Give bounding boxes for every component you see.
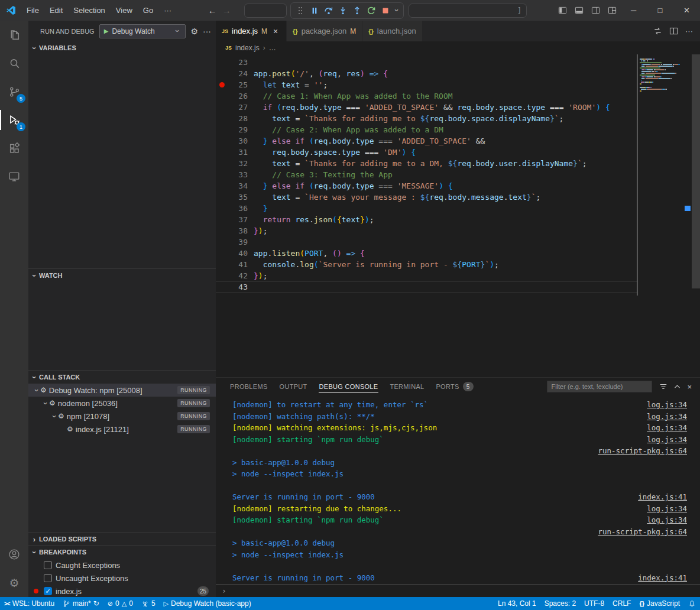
line-number[interactable]: 39	[228, 238, 248, 246]
console-row[interactable]: [nodemon] watching extensions: js,mjs,cj…	[232, 422, 687, 434]
line-number[interactable]: 29	[228, 125, 248, 134]
debug-console-output[interactable]: [nodemon] to restart at any time, enter …	[216, 395, 700, 584]
activity-explorer[interactable]	[0, 21, 28, 49]
debug-session-status[interactable]: ▷ Debug Watch (basic-app)	[160, 597, 255, 610]
console-filter-input[interactable]	[547, 381, 652, 392]
code-line[interactable]: 26 // Case 1: When App was added to the …	[216, 90, 700, 102]
console-row[interactable]	[232, 560, 687, 572]
console-source-link[interactable]: run-script-pkg.js:64	[598, 445, 687, 457]
restart-icon[interactable]	[365, 4, 377, 17]
encoding-status[interactable]: UTF-8	[580, 597, 608, 610]
tab-index-js[interactable]: JS index.js M ×	[216, 21, 287, 41]
breakpoint-checkbox[interactable]	[44, 587, 52, 595]
activity-extensions[interactable]	[0, 134, 28, 163]
panel-tab-output[interactable]: OUTPUT	[274, 378, 313, 395]
menu-more-icon[interactable]: ···	[158, 0, 177, 21]
activity-settings[interactable]: ⚙	[0, 569, 28, 597]
nav-forward-icon[interactable]: →	[219, 5, 234, 15]
open-changes-icon[interactable]	[653, 27, 662, 35]
console-row[interactable]: run-script-pkg.js:64	[232, 445, 687, 457]
breadcrumb-symbol[interactable]: …	[269, 44, 276, 52]
console-row[interactable]: Server is running in port - 9000index.js…	[232, 491, 687, 503]
variables-section-header[interactable]: › VARIABLES	[28, 41, 216, 54]
code-line[interactable]: 37 return res.json({text});	[216, 214, 700, 225]
activity-run-debug[interactable]: 1	[0, 106, 28, 134]
breadcrumb-file[interactable]: index.js	[235, 44, 260, 52]
code-line[interactable]: 35 text = `Here was your message : ${req…	[216, 192, 700, 203]
panel-tab-problems[interactable]: PROBLEMS	[224, 378, 274, 395]
stop-icon[interactable]	[379, 4, 391, 17]
chevron-down-icon[interactable]: ›	[33, 387, 41, 394]
close-tab-icon[interactable]: ×	[271, 27, 280, 36]
sidebar-more-icon[interactable]: ···	[203, 27, 211, 36]
code-line[interactable]: 31 req.body.space.type === 'DM') {	[216, 147, 700, 158]
stop-chevron-down-icon[interactable]: ›	[393, 7, 401, 14]
line-number[interactable]: 38	[228, 226, 248, 235]
code-line[interactable]: 27 if (req.body.type === 'ADDED_TO_SPACE…	[216, 102, 700, 113]
line-number[interactable]: 42	[228, 271, 248, 280]
call-stack-row[interactable]: ›⚙npm [21078]RUNNING	[28, 410, 216, 423]
cursor-position[interactable]: Ln 43, Col 1	[494, 597, 540, 610]
console-row[interactable]: Server is running in port - 9000index.js…	[232, 572, 687, 584]
menu-selection[interactable]: Selection	[68, 0, 110, 21]
console-row[interactable]: [nodemon] starting `npm run debug`log.js…	[232, 434, 687, 446]
line-number[interactable]: 26	[228, 92, 248, 100]
console-source-link[interactable]: log.js:34	[647, 399, 687, 411]
code-line[interactable]: 38});	[216, 225, 700, 236]
line-number[interactable]: 24	[228, 69, 248, 78]
editor[interactable]: 2324app.post('/', (req, res) => {25 let …	[216, 54, 700, 377]
toolbar-grip-icon[interactable]	[294, 4, 306, 17]
line-number[interactable]: 23	[228, 58, 248, 67]
remote-indicator[interactable]: >< WSL: Ubuntu	[0, 597, 59, 610]
line-number[interactable]: 32	[228, 159, 248, 168]
call-stack-section-header[interactable]: › CALL STACK	[28, 371, 216, 384]
console-row[interactable]	[232, 480, 687, 492]
breakpoint-gutter[interactable]	[216, 82, 228, 87]
toggle-sidebar-icon[interactable]	[554, 6, 571, 15]
launch-config-dropdown[interactable]: ▶ Debug Watch ›	[99, 24, 186, 38]
activity-search[interactable]	[0, 49, 28, 77]
console-source-link[interactable]: log.js:34	[647, 411, 687, 423]
call-stack-row[interactable]: ⚙index.js [21121]RUNNING	[28, 423, 216, 436]
breadcrumb[interactable]: JS index.js › …	[216, 41, 700, 54]
code-line[interactable]: 34 } else if (req.body.type === 'MESSAGE…	[216, 180, 700, 192]
tab-package-json[interactable]: {} package.json M	[287, 21, 362, 41]
code-line[interactable]: 40app.listen(PORT, () => {	[216, 248, 700, 259]
console-row[interactable]: > basic-app@1.0.0 debug	[232, 457, 687, 469]
line-number[interactable]: 27	[228, 103, 248, 112]
menu-view[interactable]: View	[111, 0, 138, 21]
menu-go[interactable]: Go	[138, 0, 158, 21]
nav-back-icon[interactable]: ←	[205, 5, 219, 15]
code-line[interactable]: 29 // Case 2: When App was added to a DM	[216, 124, 700, 135]
panel-tab-debug-console[interactable]: DEBUG CONSOLE	[313, 378, 384, 395]
filter-lines-icon[interactable]	[659, 382, 667, 391]
more-actions-icon[interactable]: ···	[685, 27, 693, 35]
chevron-down-icon[interactable]: ›	[41, 400, 50, 407]
code-line[interactable]: 30 } else if (req.body.type === 'ADDED_T…	[216, 135, 700, 147]
line-number[interactable]: 28	[228, 114, 248, 123]
code-line[interactable]: 23	[216, 57, 700, 68]
line-number[interactable]: 35	[228, 193, 248, 202]
code-line[interactable]: 36 }	[216, 203, 700, 214]
problems-status[interactable]: ⊘ 0 △ 0	[103, 597, 137, 610]
code-line[interactable]: 41 console.log(`Server is running in por…	[216, 259, 700, 270]
watch-section-header[interactable]: › WATCH	[28, 269, 216, 282]
console-source-link[interactable]: index.js:41	[638, 572, 687, 584]
notifications-status[interactable]	[684, 597, 700, 610]
breakpoint-checkbox[interactable]	[44, 574, 52, 582]
customize-layout-icon[interactable]	[604, 6, 620, 15]
language-status[interactable]: {} JavaScript	[635, 597, 684, 610]
code-line[interactable]: 24app.post('/', (req, res) => {	[216, 68, 700, 79]
call-stack-row[interactable]: ›⚙Debug Watch: npm [25008]RUNNING	[28, 384, 216, 397]
forwarded-ports-status[interactable]: 5	[137, 597, 160, 610]
search-box[interactable]	[244, 4, 287, 18]
panel-tab-terminal[interactable]: TERMINAL	[384, 378, 430, 395]
line-number[interactable]: 36	[228, 204, 248, 213]
line-number[interactable]: 43	[228, 283, 248, 291]
breakpoint-checkbox[interactable]	[44, 561, 52, 569]
step-over-icon[interactable]	[322, 4, 335, 17]
console-source-link[interactable]: log.js:34	[647, 514, 687, 526]
minimize-icon[interactable]: ─	[620, 0, 647, 21]
chevron-down-icon[interactable]: ›	[50, 413, 59, 420]
console-source-link[interactable]: run-script-pkg.js:64	[598, 526, 687, 538]
